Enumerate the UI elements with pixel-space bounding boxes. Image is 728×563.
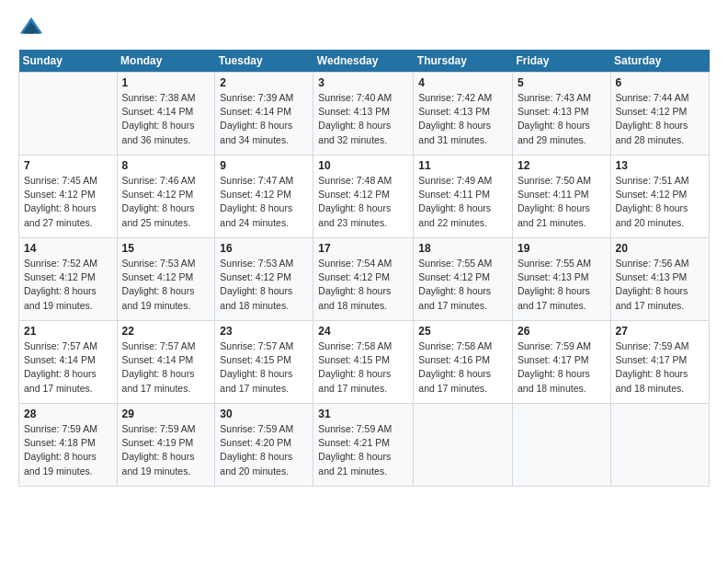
week-row-5: 28Sunrise: 7:59 AM Sunset: 4:18 PM Dayli… [19,404,710,487]
calendar-cell: 10Sunrise: 7:48 AM Sunset: 4:12 PM Dayli… [313,155,414,238]
calendar-cell: 22Sunrise: 7:57 AM Sunset: 4:14 PM Dayli… [117,321,215,404]
day-info: Sunrise: 7:59 AM Sunset: 4:18 PM Dayligh… [24,422,112,478]
calendar-cell: 25Sunrise: 7:58 AM Sunset: 4:16 PM Dayli… [414,321,513,404]
day-info: Sunrise: 7:59 AM Sunset: 4:20 PM Dayligh… [220,422,308,478]
page-container: SundayMondayTuesdayWednesdayThursdayFrid… [0,0,728,496]
day-number: 22 [122,325,210,338]
calendar-cell: 6Sunrise: 7:44 AM Sunset: 4:12 PM Daylig… [610,73,709,155]
calendar-cell [19,73,118,155]
calendar-cell: 21Sunrise: 7:57 AM Sunset: 4:14 PM Dayli… [19,321,118,404]
calendar-cell: 19Sunrise: 7:55 AM Sunset: 4:13 PM Dayli… [512,238,610,321]
header [18,15,710,40]
svg-rect-2 [28,29,34,34]
header-cell-thursday: Thursday [414,50,513,73]
week-row-3: 14Sunrise: 7:52 AM Sunset: 4:12 PM Dayli… [19,238,710,321]
day-number: 15 [122,242,210,255]
day-info: Sunrise: 7:59 AM Sunset: 4:17 PM Dayligh… [616,339,704,396]
calendar-cell: 8Sunrise: 7:46 AM Sunset: 4:12 PM Daylig… [117,155,215,238]
day-info: Sunrise: 7:42 AM Sunset: 4:13 PM Dayligh… [418,91,507,147]
calendar-cell: 26Sunrise: 7:59 AM Sunset: 4:17 PM Dayli… [512,321,610,404]
week-row-4: 21Sunrise: 7:57 AM Sunset: 4:14 PM Dayli… [19,321,710,404]
calendar-cell: 16Sunrise: 7:53 AM Sunset: 4:12 PM Dayli… [215,238,313,321]
logo [18,15,48,40]
day-number: 4 [418,76,507,89]
day-info: Sunrise: 7:44 AM Sunset: 4:12 PM Dayligh… [616,91,704,147]
day-info: Sunrise: 7:56 AM Sunset: 4:13 PM Dayligh… [616,257,704,313]
calendar-cell [414,404,513,487]
header-cell-friday: Friday [512,50,610,73]
day-number: 18 [418,242,507,255]
calendar-cell: 13Sunrise: 7:51 AM Sunset: 4:12 PM Dayli… [610,155,709,238]
day-number: 8 [122,159,210,172]
day-number: 14 [24,242,112,255]
header-row: SundayMondayTuesdayWednesdayThursdayFrid… [19,50,710,73]
day-number: 7 [24,159,112,172]
day-info: Sunrise: 7:55 AM Sunset: 4:13 PM Dayligh… [518,257,606,313]
day-number: 10 [318,159,408,172]
day-number: 20 [616,242,704,255]
calendar-cell: 18Sunrise: 7:55 AM Sunset: 4:12 PM Dayli… [414,238,513,321]
day-number: 30 [220,408,308,420]
day-number: 11 [418,159,507,172]
day-info: Sunrise: 7:49 AM Sunset: 4:11 PM Dayligh… [418,174,507,230]
day-number: 29 [122,408,210,420]
day-number: 27 [616,325,704,338]
calendar-cell: 31Sunrise: 7:59 AM Sunset: 4:21 PM Dayli… [313,404,414,487]
day-number: 23 [220,325,308,338]
calendar-cell: 4Sunrise: 7:42 AM Sunset: 4:13 PM Daylig… [414,73,513,155]
day-number: 17 [318,242,408,255]
calendar-cell: 24Sunrise: 7:58 AM Sunset: 4:15 PM Dayli… [313,321,414,404]
day-info: Sunrise: 7:51 AM Sunset: 4:12 PM Dayligh… [616,174,704,230]
calendar-cell: 14Sunrise: 7:52 AM Sunset: 4:12 PM Dayli… [19,238,118,321]
header-cell-tuesday: Tuesday [215,50,313,73]
day-info: Sunrise: 7:55 AM Sunset: 4:12 PM Dayligh… [418,257,507,313]
day-number: 5 [518,76,606,89]
day-info: Sunrise: 7:59 AM Sunset: 4:17 PM Dayligh… [518,339,606,396]
calendar-cell: 29Sunrise: 7:59 AM Sunset: 4:19 PM Dayli… [117,404,215,487]
day-info: Sunrise: 7:48 AM Sunset: 4:12 PM Dayligh… [318,174,408,230]
day-number: 3 [318,76,408,89]
calendar-table: SundayMondayTuesdayWednesdayThursdayFrid… [18,50,710,487]
day-number: 28 [24,408,112,420]
calendar-cell: 28Sunrise: 7:59 AM Sunset: 4:18 PM Dayli… [19,404,118,487]
day-number: 19 [518,242,606,255]
day-number: 24 [318,325,408,338]
day-info: Sunrise: 7:52 AM Sunset: 4:12 PM Dayligh… [24,257,112,313]
calendar-cell: 17Sunrise: 7:54 AM Sunset: 4:12 PM Dayli… [313,238,414,321]
day-info: Sunrise: 7:46 AM Sunset: 4:12 PM Dayligh… [122,174,210,230]
day-info: Sunrise: 7:45 AM Sunset: 4:12 PM Dayligh… [24,174,112,230]
day-number: 9 [220,159,308,172]
calendar-cell: 12Sunrise: 7:50 AM Sunset: 4:11 PM Dayli… [512,155,610,238]
header-cell-sunday: Sunday [19,50,118,73]
day-number: 25 [418,325,507,338]
day-info: Sunrise: 7:58 AM Sunset: 4:15 PM Dayligh… [318,339,408,396]
calendar-cell: 11Sunrise: 7:49 AM Sunset: 4:11 PM Dayli… [414,155,513,238]
calendar-cell: 9Sunrise: 7:47 AM Sunset: 4:12 PM Daylig… [215,155,313,238]
day-number: 13 [616,159,704,172]
day-info: Sunrise: 7:58 AM Sunset: 4:16 PM Dayligh… [418,339,507,396]
day-info: Sunrise: 7:43 AM Sunset: 4:13 PM Dayligh… [518,91,606,147]
header-cell-wednesday: Wednesday [313,50,414,73]
day-info: Sunrise: 7:53 AM Sunset: 4:12 PM Dayligh… [122,257,210,313]
day-number: 21 [24,325,112,338]
week-row-2: 7Sunrise: 7:45 AM Sunset: 4:12 PM Daylig… [19,155,710,238]
day-number: 1 [122,76,210,89]
day-info: Sunrise: 7:47 AM Sunset: 4:12 PM Dayligh… [220,174,308,230]
day-info: Sunrise: 7:50 AM Sunset: 4:11 PM Dayligh… [518,174,606,230]
logo-icon [18,15,44,40]
calendar-cell: 23Sunrise: 7:57 AM Sunset: 4:15 PM Dayli… [215,321,313,404]
calendar-cell: 2Sunrise: 7:39 AM Sunset: 4:14 PM Daylig… [215,73,313,155]
calendar-cell [610,404,709,487]
day-info: Sunrise: 7:59 AM Sunset: 4:21 PM Dayligh… [318,422,408,478]
day-number: 26 [518,325,606,338]
calendar-cell [512,404,610,487]
day-info: Sunrise: 7:59 AM Sunset: 4:19 PM Dayligh… [122,422,210,478]
day-info: Sunrise: 7:38 AM Sunset: 4:14 PM Dayligh… [122,91,210,147]
day-info: Sunrise: 7:57 AM Sunset: 4:14 PM Dayligh… [24,339,112,396]
day-info: Sunrise: 7:53 AM Sunset: 4:12 PM Dayligh… [220,257,308,313]
day-number: 31 [318,408,408,420]
day-info: Sunrise: 7:39 AM Sunset: 4:14 PM Dayligh… [220,91,308,147]
day-info: Sunrise: 7:40 AM Sunset: 4:13 PM Dayligh… [318,91,408,147]
day-number: 6 [616,76,704,89]
calendar-cell: 30Sunrise: 7:59 AM Sunset: 4:20 PM Dayli… [215,404,313,487]
